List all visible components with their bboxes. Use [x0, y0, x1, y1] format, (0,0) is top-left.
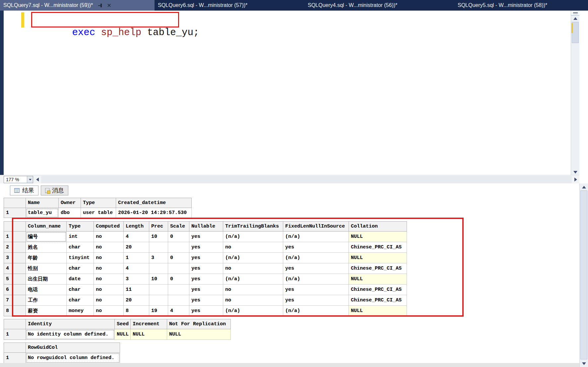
grid-cell[interactable]: table_yu: [26, 208, 59, 218]
grid-row: 1No identity column defined.NULLNULLNULL: [4, 329, 231, 340]
hscroll-right-button[interactable]: [573, 176, 579, 183]
tab-label: SQLQuery4.sql - W...ministrator (56))*: [308, 2, 397, 8]
results-tab-bar: 结果 消息: [10, 185, 71, 195]
zoom-dropdown-button[interactable]: [27, 176, 33, 183]
ssms-window: SQLQuery7.sql - W...ministrator (59))* ✕…: [0, 0, 588, 367]
tab-label: SQLQuery6.sql - W...ministrator (57))*: [158, 2, 247, 8]
results-grid-icon: [14, 188, 20, 193]
editor-vertical-scrollbar[interactable]: [571, 11, 579, 175]
scroll-up-button[interactable]: [571, 16, 579, 21]
grid-row: 1No rowguidcol column defined.: [4, 353, 120, 363]
grid-cell[interactable]: NULL: [131, 329, 167, 340]
grid-cell[interactable]: NULL: [167, 329, 231, 340]
scrollbar-thumb[interactable]: [580, 190, 587, 359]
grid-row: 1table_yudbouser table2026-01-20 14:29:5…: [4, 208, 192, 218]
row-number-cell[interactable]: 1: [4, 353, 26, 363]
editor-margin: [0, 11, 4, 175]
grid-cell[interactable]: 2026-01-20 14:29:57.530: [116, 208, 192, 218]
result-grid-1: NameOwnerTypeCreated_datetime1table_yudb…: [4, 198, 192, 218]
tab-sqlquery6[interactable]: SQLQuery6.sql - W...ministrator (57))*: [155, 0, 304, 11]
grid-header-cell[interactable]: Type: [81, 198, 116, 208]
grid-header-cell[interactable]: Name: [26, 198, 59, 208]
left-arrow-icon: [36, 178, 39, 182]
sql-identifier-token: table_yu;: [147, 27, 199, 38]
up-arrow-icon: [573, 17, 577, 20]
messages-tab-label: 消息: [52, 186, 64, 194]
grid-header-cell[interactable]: Created_datetime: [116, 198, 192, 208]
down-arrow-icon: [582, 362, 586, 365]
results-bottom-scrollbar-track[interactable]: [0, 363, 579, 367]
scroll-down-button[interactable]: [571, 169, 579, 175]
grid-header-row: RowGuidCol: [4, 343, 120, 353]
grid-header-cell[interactable]: Identity: [26, 319, 115, 329]
tab-label: SQLQuery7.sql - W...ministrator (59))*: [3, 2, 93, 8]
change-marker: [571, 23, 573, 33]
results-tab-label: 结果: [22, 186, 34, 194]
code-editor[interactable]: exec sp_help table_yu;: [0, 11, 579, 175]
split-handle-glyph: [573, 12, 578, 14]
grid-cell[interactable]: dbo: [59, 208, 81, 218]
result-grid-3: IdentitySeedIncrementNot For Replication…: [4, 319, 231, 340]
tab-sqlquery4[interactable]: SQLQuery4.sql - W...ministrator (56))*: [304, 0, 454, 11]
results-vertical-scrollbar[interactable]: [579, 184, 588, 367]
editor-hscroll-row: 177 %: [0, 175, 579, 184]
zoom-control[interactable]: 177 %: [4, 176, 33, 183]
grid-cell[interactable]: No rowguidcol column defined.: [26, 353, 120, 363]
hscroll-left-button[interactable]: [34, 176, 40, 183]
grid-header-cell[interactable]: Increment: [131, 319, 167, 329]
messages-icon: [45, 188, 49, 193]
tab-results[interactable]: 结果: [10, 185, 38, 195]
grid-corner-cell[interactable]: [4, 343, 26, 353]
grid-corner-cell[interactable]: [4, 319, 26, 329]
annotation-rectangle-grid: [12, 218, 464, 317]
annotation-rectangle-code: [31, 12, 179, 27]
up-arrow-icon: [582, 186, 586, 188]
tab-label: SQLQuery5.sql - W...ministrator (58))*: [458, 2, 547, 8]
row-number-cell[interactable]: 1: [4, 329, 26, 340]
close-icon[interactable]: ✕: [107, 2, 111, 9]
grid-header-cell[interactable]: Owner: [59, 198, 81, 208]
sql-sysproc-token: sp_help: [101, 27, 147, 38]
row-number-cell[interactable]: 1: [4, 208, 26, 218]
pin-icon[interactable]: [98, 3, 102, 7]
results-pane: 结果 消息 NameOwnerTypeCreated_datetime1tabl…: [0, 184, 579, 367]
scrollbar-thumb[interactable]: [572, 22, 579, 43]
grid-header-cell[interactable]: Seed: [115, 319, 131, 329]
grid-corner-cell[interactable]: [4, 198, 26, 208]
hscroll-track[interactable]: [41, 176, 572, 183]
grid-cell[interactable]: user table: [81, 208, 116, 218]
tab-sqlquery5[interactable]: SQLQuery5.sql - W...ministrator (58))*: [454, 0, 588, 11]
grid-cell[interactable]: No identity column defined.: [26, 329, 115, 340]
tab-sqlquery7[interactable]: SQLQuery7.sql - W...ministrator (59))* ✕: [0, 0, 155, 11]
zoom-value: 177 %: [4, 177, 27, 182]
chevron-down-icon: [29, 179, 32, 181]
scroll-down-button[interactable]: [580, 361, 588, 366]
down-arrow-icon: [573, 171, 577, 174]
grid-header-cell[interactable]: RowGuidCol: [26, 343, 120, 353]
grid-header-row: NameOwnerTypeCreated_datetime: [4, 198, 192, 208]
tab-messages[interactable]: 消息: [41, 185, 68, 195]
document-tab-bar: SQLQuery7.sql - W...ministrator (59))* ✕…: [0, 0, 588, 11]
scroll-up-button[interactable]: [580, 184, 588, 190]
changed-lines-indicator: [21, 12, 24, 27]
result-grid-4: RowGuidCol1No rowguidcol column defined.: [4, 342, 120, 363]
grid-cell[interactable]: NULL: [115, 329, 131, 340]
sql-keyword-token: exec: [72, 27, 101, 38]
editor-split-handle-icon[interactable]: [571, 11, 579, 16]
right-arrow-icon: [574, 178, 577, 182]
grid-header-cell[interactable]: Not For Replication: [167, 319, 231, 329]
grid-header-row: IdentitySeedIncrementNot For Replication: [4, 319, 231, 329]
